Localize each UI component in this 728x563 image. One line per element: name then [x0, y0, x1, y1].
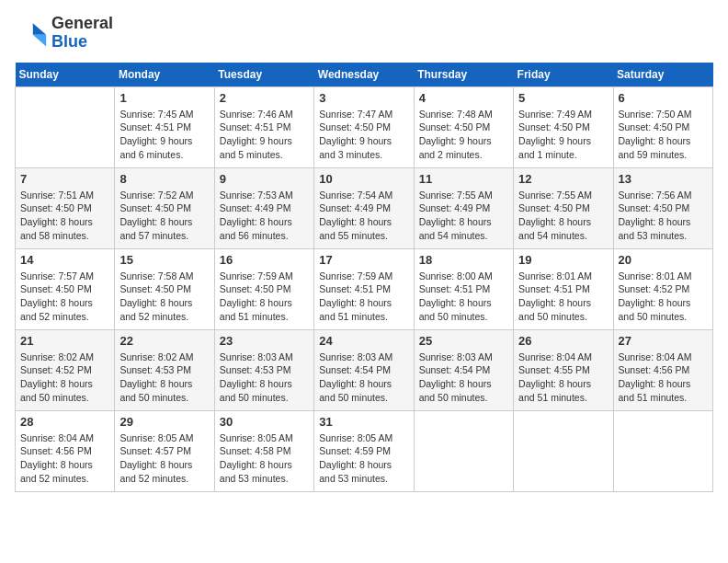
day-detail: Sunrise: 8:04 AM Sunset: 4:55 PM Dayligh… [518, 350, 608, 405]
weekday-header-wednesday: Wednesday [314, 63, 414, 87]
calendar-cell [16, 86, 115, 167]
page-header: General Blue [15, 15, 713, 52]
calendar-week-row: 21Sunrise: 8:02 AM Sunset: 4:52 PM Dayli… [16, 329, 713, 410]
calendar-cell: 15Sunrise: 7:58 AM Sunset: 4:50 PM Dayli… [115, 248, 214, 329]
day-detail: Sunrise: 8:03 AM Sunset: 4:53 PM Dayligh… [220, 350, 309, 405]
day-number: 27 [619, 334, 708, 348]
day-detail: Sunrise: 8:02 AM Sunset: 4:53 PM Dayligh… [119, 350, 209, 405]
calendar-cell: 21Sunrise: 8:02 AM Sunset: 4:52 PM Dayli… [16, 329, 115, 410]
calendar-cell: 16Sunrise: 7:59 AM Sunset: 4:50 PM Dayli… [214, 248, 313, 329]
calendar-cell: 30Sunrise: 8:05 AM Sunset: 4:58 PM Dayli… [214, 410, 313, 491]
weekday-header-thursday: Thursday [414, 63, 513, 87]
day-number: 31 [319, 415, 408, 429]
day-detail: Sunrise: 7:57 AM Sunset: 4:50 PM Dayligh… [20, 270, 109, 324]
day-detail: Sunrise: 7:59 AM Sunset: 4:50 PM Dayligh… [220, 270, 309, 324]
weekday-header-row: SundayMondayTuesdayWednesdayThursdayFrid… [16, 63, 713, 87]
day-detail: Sunrise: 7:48 AM Sunset: 4:50 PM Dayligh… [419, 108, 508, 162]
day-number: 18 [419, 253, 508, 267]
day-detail: Sunrise: 8:01 AM Sunset: 4:51 PM Dayligh… [518, 270, 608, 324]
day-number: 25 [419, 334, 508, 348]
calendar-cell: 22Sunrise: 8:02 AM Sunset: 4:53 PM Dayli… [115, 329, 214, 410]
svg-marker-1 [33, 35, 46, 47]
calendar-cell: 14Sunrise: 7:57 AM Sunset: 4:50 PM Dayli… [16, 248, 115, 329]
svg-marker-0 [33, 23, 46, 35]
day-number: 11 [419, 172, 508, 186]
day-detail: Sunrise: 7:50 AM Sunset: 4:50 PM Dayligh… [619, 108, 708, 162]
calendar-cell: 31Sunrise: 8:05 AM Sunset: 4:59 PM Dayli… [314, 410, 414, 491]
day-number: 8 [119, 172, 209, 186]
day-number: 3 [319, 91, 408, 105]
calendar-week-row: 28Sunrise: 8:04 AM Sunset: 4:56 PM Dayli… [16, 410, 713, 491]
day-number: 24 [319, 334, 408, 348]
calendar-cell: 7Sunrise: 7:51 AM Sunset: 4:50 PM Daylig… [16, 167, 115, 248]
day-number: 22 [119, 334, 209, 348]
day-detail: Sunrise: 7:49 AM Sunset: 4:50 PM Dayligh… [518, 108, 608, 162]
day-detail: Sunrise: 8:05 AM Sunset: 4:58 PM Dayligh… [220, 431, 309, 486]
day-detail: Sunrise: 8:02 AM Sunset: 4:52 PM Dayligh… [20, 350, 109, 405]
day-number: 14 [20, 253, 109, 267]
day-detail: Sunrise: 8:04 AM Sunset: 4:56 PM Dayligh… [619, 350, 708, 405]
day-detail: Sunrise: 7:46 AM Sunset: 4:51 PM Dayligh… [220, 108, 309, 162]
day-number: 12 [518, 172, 608, 186]
calendar-cell: 4Sunrise: 7:48 AM Sunset: 4:50 PM Daylig… [414, 86, 513, 167]
day-number: 1 [119, 91, 209, 105]
weekday-header-saturday: Saturday [613, 63, 712, 87]
calendar-table: SundayMondayTuesdayWednesdayThursdayFrid… [15, 63, 713, 492]
day-detail: Sunrise: 7:47 AM Sunset: 4:50 PM Dayligh… [319, 108, 408, 162]
calendar-cell: 23Sunrise: 8:03 AM Sunset: 4:53 PM Dayli… [214, 329, 313, 410]
calendar-cell: 17Sunrise: 7:59 AM Sunset: 4:51 PM Dayli… [314, 248, 414, 329]
day-detail: Sunrise: 7:58 AM Sunset: 4:50 PM Dayligh… [119, 270, 209, 324]
logo: General Blue [15, 15, 113, 52]
calendar-cell: 13Sunrise: 7:56 AM Sunset: 4:50 PM Dayli… [613, 167, 712, 248]
calendar-cell: 28Sunrise: 8:04 AM Sunset: 4:56 PM Dayli… [16, 410, 115, 491]
day-detail: Sunrise: 8:05 AM Sunset: 4:59 PM Dayligh… [319, 431, 408, 486]
calendar-cell: 2Sunrise: 7:46 AM Sunset: 4:51 PM Daylig… [214, 86, 313, 167]
calendar-cell: 9Sunrise: 7:53 AM Sunset: 4:49 PM Daylig… [214, 167, 313, 248]
calendar-cell: 3Sunrise: 7:47 AM Sunset: 4:50 PM Daylig… [314, 86, 414, 167]
calendar-body: 1Sunrise: 7:45 AM Sunset: 4:51 PM Daylig… [16, 86, 713, 491]
day-detail: Sunrise: 7:45 AM Sunset: 4:51 PM Dayligh… [119, 108, 209, 162]
weekday-header-friday: Friday [514, 63, 613, 87]
day-number: 20 [619, 253, 708, 267]
day-detail: Sunrise: 7:54 AM Sunset: 4:49 PM Dayligh… [319, 189, 408, 243]
day-number: 28 [20, 415, 109, 429]
calendar-cell: 8Sunrise: 7:52 AM Sunset: 4:50 PM Daylig… [115, 167, 214, 248]
day-detail: Sunrise: 8:01 AM Sunset: 4:52 PM Dayligh… [619, 270, 708, 324]
day-number: 6 [619, 91, 708, 105]
calendar-header: SundayMondayTuesdayWednesdayThursdayFrid… [16, 63, 713, 87]
calendar-cell: 19Sunrise: 8:01 AM Sunset: 4:51 PM Dayli… [514, 248, 613, 329]
day-detail: Sunrise: 8:04 AM Sunset: 4:56 PM Dayligh… [20, 431, 109, 486]
logo-icon [15, 17, 48, 50]
day-number: 9 [220, 172, 309, 186]
logo-text: General Blue [51, 15, 113, 52]
day-detail: Sunrise: 7:59 AM Sunset: 4:51 PM Dayligh… [319, 270, 408, 324]
day-number: 17 [319, 253, 408, 267]
calendar-cell: 20Sunrise: 8:01 AM Sunset: 4:52 PM Dayli… [613, 248, 712, 329]
day-number: 16 [220, 253, 309, 267]
calendar-cell: 1Sunrise: 7:45 AM Sunset: 4:51 PM Daylig… [115, 86, 214, 167]
calendar-cell: 27Sunrise: 8:04 AM Sunset: 4:56 PM Dayli… [613, 329, 712, 410]
day-detail: Sunrise: 7:51 AM Sunset: 4:50 PM Dayligh… [20, 189, 109, 243]
day-number: 10 [319, 172, 408, 186]
calendar-cell: 6Sunrise: 7:50 AM Sunset: 4:50 PM Daylig… [613, 86, 712, 167]
day-number: 13 [619, 172, 708, 186]
calendar-cell: 26Sunrise: 8:04 AM Sunset: 4:55 PM Dayli… [514, 329, 613, 410]
calendar-week-row: 14Sunrise: 7:57 AM Sunset: 4:50 PM Dayli… [16, 248, 713, 329]
calendar-cell [414, 410, 513, 491]
calendar-week-row: 7Sunrise: 7:51 AM Sunset: 4:50 PM Daylig… [16, 167, 713, 248]
day-detail: Sunrise: 7:56 AM Sunset: 4:50 PM Dayligh… [619, 189, 708, 243]
calendar-cell: 5Sunrise: 7:49 AM Sunset: 4:50 PM Daylig… [514, 86, 613, 167]
day-detail: Sunrise: 8:00 AM Sunset: 4:51 PM Dayligh… [419, 270, 508, 324]
calendar-cell: 18Sunrise: 8:00 AM Sunset: 4:51 PM Dayli… [414, 248, 513, 329]
day-number: 15 [119, 253, 209, 267]
day-detail: Sunrise: 8:03 AM Sunset: 4:54 PM Dayligh… [319, 350, 408, 405]
day-detail: Sunrise: 8:03 AM Sunset: 4:54 PM Dayligh… [419, 350, 508, 405]
day-detail: Sunrise: 8:05 AM Sunset: 4:57 PM Dayligh… [119, 431, 209, 486]
day-number: 30 [220, 415, 309, 429]
weekday-header-monday: Monday [115, 63, 214, 87]
day-number: 4 [419, 91, 508, 105]
day-number: 21 [20, 334, 109, 348]
calendar-cell: 11Sunrise: 7:55 AM Sunset: 4:49 PM Dayli… [414, 167, 513, 248]
calendar-cell [514, 410, 613, 491]
day-detail: Sunrise: 7:55 AM Sunset: 4:49 PM Dayligh… [419, 189, 508, 243]
